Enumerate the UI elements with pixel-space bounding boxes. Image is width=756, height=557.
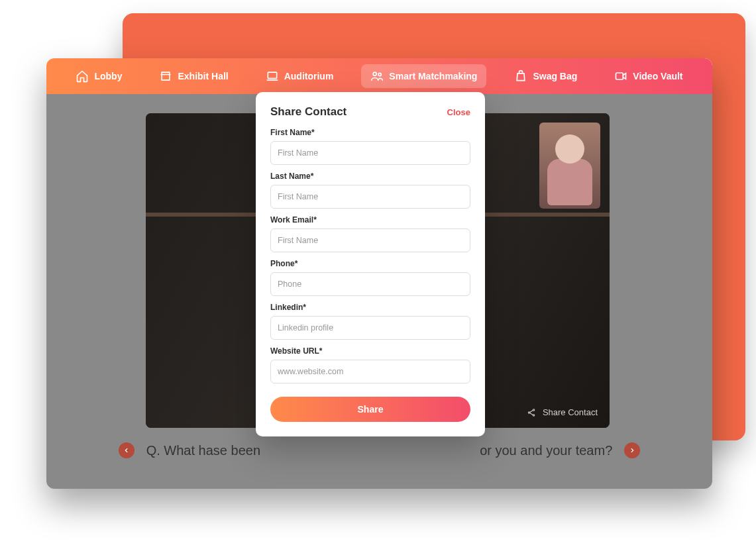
share-icon: [527, 408, 536, 417]
phone-field[interactable]: [270, 272, 470, 296]
linkedin-field[interactable]: [270, 316, 470, 340]
linkedin-label: Linkedin*: [270, 303, 470, 312]
question-text: Q. What hase been xxxxxxxxxxxxxxxxxxxxxx…: [146, 443, 613, 458]
video-icon: [614, 70, 627, 83]
share-contact-link[interactable]: Share Contact: [527, 407, 598, 417]
svg-point-6: [533, 414, 534, 415]
share-contact-modal: Share Contact Close First Name* Last Nam…: [256, 92, 485, 436]
next-question-button[interactable]: [624, 442, 640, 458]
nav-exhibit-hall[interactable]: Exhibit Hall: [150, 64, 237, 88]
share-button[interactable]: Share: [270, 397, 470, 422]
nav-video-vault[interactable]: Video Vault: [605, 64, 692, 88]
first-name-field[interactable]: [270, 141, 470, 165]
svg-point-4: [533, 409, 534, 410]
store-icon: [159, 70, 172, 83]
phone-label: Phone*: [270, 259, 470, 268]
nav-label: Exhibit Hall: [178, 71, 228, 81]
svg-rect-3: [616, 73, 623, 79]
last-name-field[interactable]: [270, 185, 470, 209]
last-name-label: Last Name*: [270, 172, 470, 181]
share-contact-label: Share Contact: [543, 407, 598, 417]
prev-question-button[interactable]: [119, 442, 135, 458]
question-row: Q. What hase been xxxxxxxxxxxxxxxxxxxxxx…: [46, 442, 712, 458]
close-button[interactable]: Close: [447, 107, 470, 117]
people-icon: [370, 70, 384, 83]
chevron-left-icon: [123, 447, 130, 454]
website-field[interactable]: [270, 360, 470, 383]
nav-lobby[interactable]: Lobby: [66, 64, 131, 88]
question-text-right: or you and your team?: [480, 443, 612, 458]
nav-label: Lobby: [94, 71, 122, 81]
work-email-label: Work Email*: [270, 215, 470, 225]
modal-title: Share Contact: [270, 105, 347, 119]
bag-icon: [514, 70, 527, 83]
laptop-icon: [266, 70, 279, 83]
nav-swag-bag[interactable]: Swag Bag: [505, 64, 586, 88]
nav-label: Video Vault: [633, 71, 682, 81]
home-icon: [76, 70, 89, 83]
svg-rect-0: [268, 72, 276, 78]
website-label: Website URL*: [270, 346, 470, 356]
nav-label: Auditorium: [284, 71, 334, 81]
nav-smart-matchmaking[interactable]: Smart Matchmaking: [361, 64, 486, 88]
first-name-label: First Name*: [270, 128, 470, 137]
top-nav: Lobby Exhibit Hall Auditorium Smart Matc…: [46, 58, 712, 94]
nav-label: Smart Matchmaking: [389, 71, 477, 81]
nav-label: Swag Bag: [533, 71, 577, 81]
video-pip: [539, 123, 600, 209]
svg-point-1: [374, 72, 377, 76]
app-window: Lobby Exhibit Hall Auditorium Smart Matc…: [46, 58, 712, 489]
nav-auditorium[interactable]: Auditorium: [256, 64, 343, 88]
svg-point-5: [528, 411, 529, 413]
question-text-left: Q. What hase been: [146, 443, 264, 458]
chevron-right-icon: [629, 447, 635, 454]
work-email-field[interactable]: [270, 228, 470, 252]
svg-point-2: [378, 73, 381, 76]
